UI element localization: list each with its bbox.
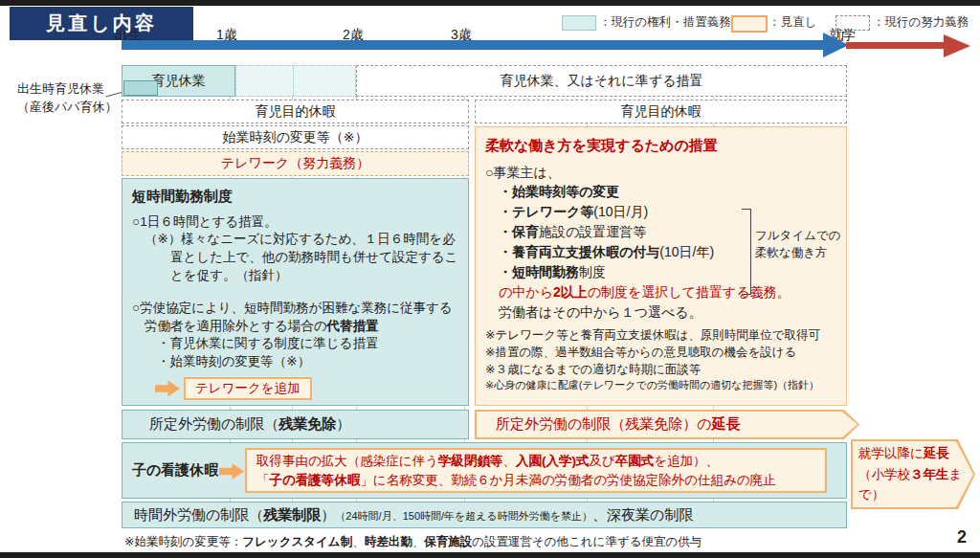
child-nursing-revision-line2: 「子の看護等休暇」に名称変更、勤続６か月未満の労働者の労使協定除外の仕組みの廃止 (256, 471, 815, 490)
orange-arrow-icon (219, 463, 244, 480)
fulltime-bracket-label: フルタイムでの 柔軟な働き方 (755, 228, 845, 261)
fulltime-bracket-line2: 柔軟な働き方 (755, 245, 845, 262)
childcare-leave-extension-box (235, 65, 356, 97)
extension-after-school-inner: 就学以降に延長 （小学校３年生まで） (853, 441, 973, 507)
overtime-exemption-extension-inner: 所定外労働の制限（残業免除）の延長 (477, 412, 858, 437)
short-hours-p3-text: ○労使協定により、短時間勤務が困難な業務に従事する労働者を適用除外とする場合の (132, 301, 453, 333)
flex-item-2-normal: (10日/月) (593, 204, 648, 219)
flex-item-1: ・始業時刻等の変更 (499, 182, 836, 202)
extension-divider (293, 66, 294, 96)
child-nursing-leave-label: 子の看護休暇 (132, 461, 218, 480)
flex-item-3-normal: 施設の設置運営等 (539, 224, 646, 239)
equivalent-measures-label: 育児休業、又はそれに準ずる措置 (501, 73, 703, 90)
legend-label-current: ：現行の権利・措置義務 (599, 14, 731, 30)
kango-l2c: 」に名称変更、勤続６か月未満の労働者の労使協定除外の仕組みの廃止 (360, 473, 775, 487)
flex-duty-bold: 2以上 (553, 284, 588, 300)
kango-l1g: を追加）、 (654, 454, 719, 468)
overtime-extension-pre: 所定外労働の制限（残業免除）の (496, 415, 712, 432)
kango-l1c: 、 (502, 454, 516, 468)
kango-l2a: 「 (256, 473, 270, 487)
short-hours-p3-bold: 代替措置 (327, 319, 379, 333)
footnote-b3: 保育施設 (424, 535, 472, 548)
flex-duty-line: の中から2以上の制度を選択して措置する義務。 (499, 282, 836, 302)
orange-arrow-icon (155, 381, 180, 397)
overtime-exemption-box: 所定外労働の制限（残業免除） (122, 410, 469, 439)
footnote-b2: 時差出勤 (365, 535, 412, 548)
flex-item-5-bold: ・短時間勤務 (499, 264, 579, 279)
flexible-work-box: 柔軟な働き方を実現するための措置 ○事業主は、 ・始業時刻等の変更 ・テレワーク… (475, 126, 847, 406)
spacer (132, 284, 458, 300)
short-hours-bullet2: ・始業時刻の変更等（※） (157, 353, 458, 371)
childcare-purpose-leave-right-label: 育児目的休暇 (621, 103, 702, 121)
ext-l1-bold: 延長 (924, 446, 949, 460)
flex-item-3-bold: ・保育 (499, 224, 539, 239)
start-time-change-label: 始業時刻の変更等（※） (222, 129, 368, 146)
flex-duty-pre: の中から (499, 284, 553, 300)
ext-l2-bold: ３年生 (910, 467, 949, 481)
extension-line2: （小学校３年生まで） (858, 464, 973, 505)
extension-after-school-arrow: 就学以降に延長 （小学校３年生まで） (851, 439, 975, 509)
flex-item-4-normal: (10日/年) (659, 244, 714, 259)
timeline-red-arrow (846, 42, 946, 49)
short-hours-system-box: 短時間勤務制度 ○1日６時間とする措置。 （※）様々なニーズに対応するため、１日… (122, 178, 469, 406)
telework-effort-label: テレワーク（努力義務） (221, 155, 369, 172)
timeline-blue-arrowhead-icon (823, 33, 849, 57)
footnote: ※始業時刻の変更等：フレックスタイム制、時差出勤、保育施設の設置運営その他これに… (124, 534, 702, 550)
jikangai-bold: 残業制限 (263, 506, 321, 523)
flexible-work-intro: ○事業主は、 (485, 163, 836, 182)
telework-add-row: テレワークを追加 (155, 377, 458, 401)
flex-note-3: ※３歳になるまでの適切な時期に面談等 (485, 362, 836, 379)
footnote-pre: ※始業時刻の変更等： (124, 535, 242, 548)
kango-l1d: 入園(入学)式 (516, 454, 590, 468)
jikangai-tail: 、深夜業の制限 (592, 506, 693, 523)
flex-item-2-bold: ・テレワーク等 (499, 204, 593, 219)
legend-swatch-current (562, 15, 596, 31)
legend-label-revision: ：見直し (768, 14, 816, 30)
footnote-b1: フレックスタイム制 (242, 535, 352, 548)
childcare-purpose-leave-right-box: 育児目的休暇 (475, 100, 847, 123)
legend-label-effort: ：現行の努力義務 (873, 14, 969, 30)
extension-line1: 就学以降に延長 (858, 443, 973, 464)
overtime-exemption-post: ） (336, 415, 350, 432)
footnote-s1: 、 (352, 535, 365, 548)
birth-leave-note-line2: （産後パパ育休） (17, 99, 124, 117)
overtime-limit-label: 時間外労働の制限（残業制限）（24時間/月、150時間/年を超える時間外労働を禁… (134, 506, 693, 525)
flex-item-5: ・短時間勤務制度 (499, 262, 836, 282)
timeline-red-arrowhead-icon (944, 34, 970, 57)
kango-l1b: 学級閉鎖等 (438, 454, 503, 468)
childcare-leave-label: 育児休業 (152, 73, 206, 90)
overtime-exemption-extension-arrow: 所定外労働の制限（残業免除）の延長 (475, 410, 859, 439)
footnote-s2: 、 (412, 535, 425, 548)
start-time-change-box: 始業時刻の変更等（※） (122, 125, 469, 149)
kango-l1a: 取得事由の拡大（感染症に伴う (256, 454, 438, 468)
overtime-exemption-label: 所定外労働の制限（残業免除） (149, 415, 350, 434)
jikangai-post: ） (321, 506, 335, 523)
flex-item-4-bold: ・養育両立支援休暇の付与 (499, 244, 659, 259)
short-hours-bullet1: ・育児休業に関する制度に準じる措置 (157, 335, 458, 353)
timeline-blue-arrow (122, 40, 825, 50)
telework-add-box: テレワークを追加 (184, 377, 312, 401)
top-frame-bar (0, 0, 980, 6)
legend-swatch-revision (731, 15, 768, 33)
telework-effort-box: テレワーク（努力義務） (122, 151, 469, 176)
fulltime-bracket-line1: フルタイムでの (755, 228, 845, 245)
ext-l1-pre: 就学以降に (858, 446, 924, 460)
child-nursing-leave-label-wrap: 子の看護休暇 (132, 443, 218, 498)
page-number: 2 (957, 527, 967, 547)
overtime-exemption-pre: 所定外労働の制限（ (149, 415, 278, 432)
child-nursing-revision-line1: 取得事由の拡大（感染症に伴う学級閉鎖等、入園(入学)式及び卒園式を追加）、 (256, 452, 815, 471)
page-title: 見直し内容 (10, 7, 193, 40)
overtime-exemption-extension-label: 所定外労働の制限（残業免除）の延長 (496, 415, 741, 434)
child-nursing-revision-box: 取得事由の拡大（感染症に伴う学級閉鎖等、入園(入学)式及び卒園式を追加）、 「子… (245, 448, 827, 493)
short-hours-p1: ○1日６時間とする措置。 (132, 213, 458, 232)
ext-l2-pre: （小学校 (858, 467, 910, 481)
short-hours-p2: （※）様々なニーズに対応するため、１日６時間を必置とした上で、他の勤務時間も併せ… (132, 231, 458, 284)
flexible-work-title: 柔軟な働き方を実現するための措置 (485, 135, 836, 156)
short-hours-p3: ○労使協定により、短時間勤務が困難な業務に従事する労働者を適用除外とする場合の代… (132, 300, 458, 335)
overtime-exemption-bold: 残業免除 (278, 415, 336, 432)
childcare-purpose-leave-left-box: 育児目的休暇 (122, 100, 469, 123)
birth-time-leave-box (123, 80, 158, 96)
flex-note-2: ※措置の際、過半数組合等からの意見聴取の機会を設ける (485, 345, 836, 362)
bottom-frame-bar (0, 552, 980, 558)
fulltime-bracket (742, 209, 751, 295)
